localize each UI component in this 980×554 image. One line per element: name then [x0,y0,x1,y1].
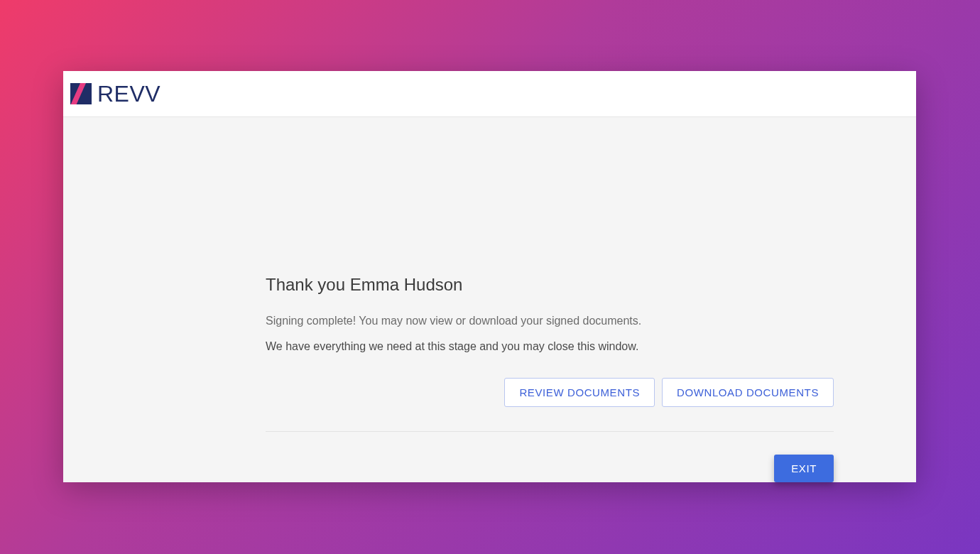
document-actions: REVIEW DOCUMENTS DOWNLOAD DOCUMENTS [266,378,834,407]
brand-logo: REVV [70,81,160,107]
completion-message: Thank you Emma Hudson Signing complete! … [266,275,834,482]
viewport: REVV Thank you Emma Hudson Signing compl… [0,0,980,554]
close-window-text: We have everything we need at this stage… [266,339,834,354]
divider [266,431,834,432]
app-header: REVV [63,71,916,117]
exit-button[interactable]: EXIT [774,455,834,482]
logo-text: REVV [97,81,160,107]
app-panel: REVV Thank you Emma Hudson Signing compl… [63,71,916,482]
logo-mark-icon [70,83,92,104]
review-documents-button[interactable]: REVIEW DOCUMENTS [504,378,655,407]
exit-actions: EXIT [266,455,834,482]
thank-you-title: Thank you Emma Hudson [266,275,834,295]
download-documents-button[interactable]: DOWNLOAD DOCUMENTS [662,378,834,407]
signing-complete-text: Signing complete! You may now view or do… [266,313,834,329]
app-body: Thank you Emma Hudson Signing complete! … [63,117,916,482]
